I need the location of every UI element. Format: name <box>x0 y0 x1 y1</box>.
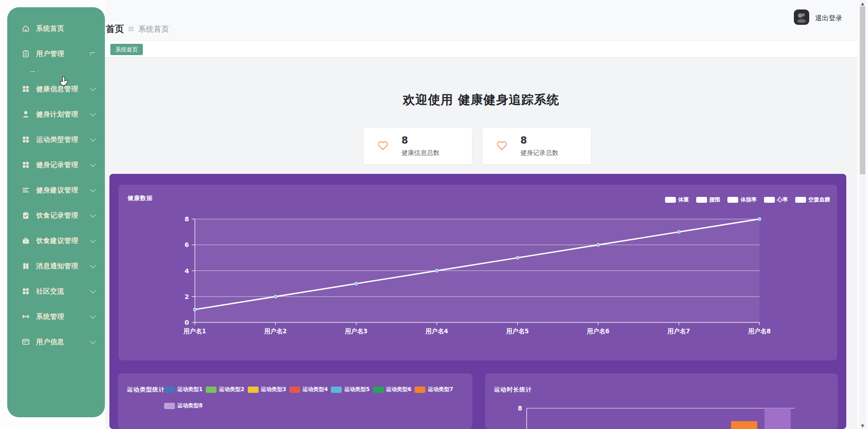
sport-duration-chart-panel: 运动时长统计 8 <box>485 373 838 429</box>
legend-label: 运动类型6 <box>386 386 411 393</box>
chevron-down-icon <box>90 136 96 142</box>
sidebar-item-sport-type-management[interactable]: 运动类型管理 <box>7 131 105 149</box>
chevron-down-icon <box>90 288 96 294</box>
svg-text:用户名7: 用户名7 <box>667 327 690 335</box>
sidebar-item-label: 系统首页 <box>36 24 64 33</box>
sidebar-item-message-notice-management[interactable]: 消息通知管理 <box>7 257 105 275</box>
sidebar-item-community[interactable]: 社区交流 <box>7 282 105 300</box>
sidebar-item-diet-record-management[interactable]: 饮食记录管理 <box>7 206 105 224</box>
submenu-label: — · <box>30 70 39 73</box>
breadcrumb-home[interactable]: 首页 <box>106 23 124 35</box>
sport-type-chart-panel: 运动类型统计 运动类型1 运动类型2 运动类型3 运动类型4 运动类型5 运动类… <box>118 373 472 429</box>
sidebar-item-label: 饮食记录管理 <box>36 211 78 220</box>
legend-item[interactable]: 运动类型3 <box>248 386 286 393</box>
scroll-down-arrow[interactable]: ▼ <box>857 424 868 428</box>
legend-item[interactable]: 运动类型6 <box>373 386 411 393</box>
breadcrumb-current: 系统首页 <box>138 24 169 34</box>
legend-item[interactable]: 运动类型2 <box>206 386 244 393</box>
book-icon <box>22 262 30 270</box>
sidebar-item-health-info-management[interactable]: 健康信息管理 <box>7 80 105 98</box>
svg-text:用户名2: 用户名2 <box>264 327 287 335</box>
sidebar-item-user-management[interactable]: 用户管理 <box>7 45 105 63</box>
svg-text:2: 2 <box>184 293 189 300</box>
home-icon <box>22 24 30 33</box>
svg-text:用户名4: 用户名4 <box>425 327 448 335</box>
bar-chart: 8 <box>485 373 838 429</box>
sidebar-submenu-placeholder[interactable]: — · <box>7 70 105 73</box>
svg-text:用户名8: 用户名8 <box>748 327 771 335</box>
briefcase-icon <box>22 237 30 245</box>
sidebar-item-fitness-plan-management[interactable]: 健身计划管理 <box>7 105 105 123</box>
legend-swatch <box>164 387 175 393</box>
legend-swatch <box>248 387 259 393</box>
person-icon <box>22 110 30 118</box>
legend-swatch <box>331 387 342 393</box>
svg-text:用户名6: 用户名6 <box>586 327 609 335</box>
main-content: 欢迎使用 健康健身追踪系统 8 健康信息总数 8 健身记录总数 健康数据 体重 … <box>105 57 857 429</box>
breadcrumb-separator-icon <box>128 27 134 31</box>
sidebar-item-label: 消息通知管理 <box>36 262 78 270</box>
svg-text:4: 4 <box>184 267 189 275</box>
legend-label: 运动类型7 <box>428 386 453 393</box>
sidebar-item-label: 健身记录管理 <box>36 161 78 169</box>
chart-title: 运动类型统计 <box>127 386 165 394</box>
legend-swatch <box>373 387 384 393</box>
legend-item[interactable]: 运动类型7 <box>415 386 453 393</box>
tab-system-home[interactable]: 系统首页 <box>110 44 143 55</box>
avatar[interactable] <box>794 9 809 27</box>
svg-text:8: 8 <box>518 405 522 412</box>
chevron-down-icon <box>90 161 96 167</box>
logout-label: 退出登录 <box>815 14 842 23</box>
legend-swatch <box>289 387 300 393</box>
sidebar-item-diet-advice-management[interactable]: 饮食建议管理 <box>7 232 105 250</box>
logout-button[interactable]: 退出登录 <box>794 9 842 27</box>
list-lines-icon <box>22 186 30 194</box>
sport-type-legend: 运动类型1 运动类型2 运动类型3 运动类型4 运动类型5 运动类型6 运动类型… <box>164 386 475 410</box>
sidebar-item-user-info[interactable]: 用户信息 <box>7 333 105 351</box>
health-data-chart-panel: 健康数据 体重 腰围 体脂率 心率 空腹血糖 02468用户名1用户名2用户名3… <box>118 185 837 360</box>
sidebar-item-label: 运动类型管理 <box>36 135 78 144</box>
grid-icon <box>22 161 30 169</box>
scroll-up-arrow[interactable]: ▲ <box>857 1 868 6</box>
legend-label: 运动类型3 <box>261 386 286 393</box>
legend-item[interactable]: 运动类型4 <box>289 386 328 393</box>
legend-item[interactable]: 运动类型5 <box>331 386 369 393</box>
legend-item[interactable]: 运动类型8 <box>164 402 203 410</box>
stat-label: 健身记录总数 <box>520 149 558 157</box>
svg-text:用户名3: 用户名3 <box>344 327 368 335</box>
line-chart: 02468用户名1用户名2用户名3用户名4用户名5用户名6用户名7用户名8 <box>118 185 837 360</box>
sidebar-item-label: 社区交流 <box>36 287 64 296</box>
svg-text:用户名1: 用户名1 <box>183 327 206 335</box>
grid-icon <box>22 85 30 93</box>
sidebar-item-label: 健身计划管理 <box>36 110 78 119</box>
sidebar-item-system-home[interactable]: 系统首页 <box>7 19 105 37</box>
sidebar-item-label: 系统管理 <box>36 312 64 321</box>
svg-text:用户名5: 用户名5 <box>506 327 529 335</box>
breadcrumb: 首页 系统首页 <box>106 23 169 35</box>
sidebar-item-fitness-record-management[interactable]: 健身记录管理 <box>7 156 105 174</box>
stat-card-fitness-record: 8 健身记录总数 <box>482 128 591 164</box>
legend-swatch <box>164 403 175 409</box>
chevron-down-icon <box>90 187 96 192</box>
scrollbar-thumb[interactable] <box>860 6 865 174</box>
clipboard-icon <box>22 50 30 58</box>
legend-swatch <box>415 387 425 393</box>
sidebar-item-label: 用户信息 <box>36 338 64 346</box>
grid-icon <box>22 135 30 144</box>
sidebar-item-label: 用户管理 <box>36 50 64 58</box>
legend-item[interactable]: 运动类型1 <box>164 386 203 393</box>
legend-label: 运动类型2 <box>219 386 244 393</box>
sidebar-item-system-management[interactable]: 系统管理 <box>7 308 105 326</box>
page-title: 欢迎使用 健康健身追踪系统 <box>105 92 857 108</box>
sidebar-item-fitness-advice-management[interactable]: 健身建议管理 <box>7 181 105 199</box>
svg-text:8: 8 <box>184 215 189 223</box>
stat-value: 8 <box>401 135 439 146</box>
sidebar-item-label: 饮食建议管理 <box>36 237 78 245</box>
chevron-down-icon <box>90 338 96 344</box>
chevron-collapse-icon <box>90 52 95 56</box>
app-root: 系统首页 用户管理 — · 健康信息管理 健身计划管理 运动类型管理 健身记录管… <box>0 0 868 429</box>
stat-label: 健康信息总数 <box>401 149 439 157</box>
hand-cursor-icon <box>60 76 70 88</box>
chevron-down-icon <box>90 262 96 268</box>
sidebar-item-label: 健康信息管理 <box>36 85 78 93</box>
